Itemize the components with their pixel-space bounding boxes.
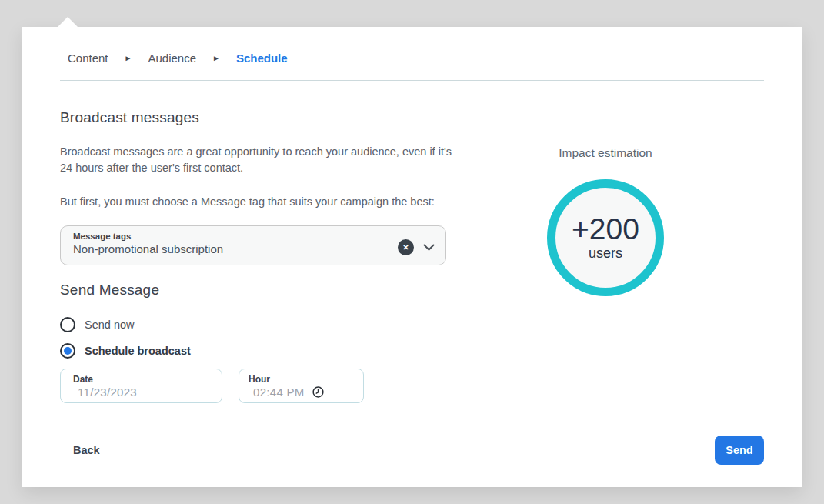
date-label: Date <box>73 374 222 385</box>
broadcast-intro-text: Broadcast messages are a great opportuni… <box>60 144 456 176</box>
message-tags-label: Message tags <box>73 232 398 241</box>
message-tag-instruction-text: But first, you must choose a Message tag… <box>60 194 456 210</box>
breadcrumb-item-audience[interactable]: Audience <box>148 52 196 65</box>
breadcrumb: Content ► Audience ► Schedule <box>68 52 288 65</box>
schedule-broadcast-radio[interactable] <box>60 343 75 359</box>
hour-input[interactable]: Hour 02:44 PM <box>239 369 364 403</box>
radio-selected-dot <box>64 347 72 355</box>
breadcrumb-item-schedule[interactable]: Schedule <box>236 52 288 65</box>
schedule-broadcast-option[interactable]: Schedule broadcast <box>60 343 191 359</box>
breadcrumb-divider <box>60 80 764 81</box>
page-title: Broadcast messages <box>60 109 199 126</box>
message-tags-select-texts: Message tags Non-promotional subscriptio… <box>73 232 398 256</box>
send-now-label: Send now <box>85 319 135 331</box>
breadcrumb-separator-icon: ► <box>125 54 132 62</box>
panel-pointer-arrow <box>58 17 78 27</box>
impact-users-unit: users <box>589 245 622 262</box>
impact-estimation-title: Impact estimation <box>484 146 727 160</box>
clear-selection-icon[interactable]: ✕ <box>398 239 414 255</box>
impact-estimation-circle: +200 users <box>547 179 664 296</box>
back-button[interactable]: Back <box>73 444 100 456</box>
hour-value: 02:44 PM <box>253 386 305 399</box>
date-value: 11/23/2023 <box>78 386 137 399</box>
message-tags-select[interactable]: Message tags Non-promotional subscriptio… <box>60 225 446 265</box>
clock-icon[interactable] <box>312 386 324 398</box>
send-now-radio[interactable] <box>60 317 75 332</box>
breadcrumb-separator-icon: ► <box>212 54 220 62</box>
send-message-title: Send Message <box>60 282 159 299</box>
breadcrumb-item-content[interactable]: Content <box>68 52 108 65</box>
date-input[interactable]: Date 11/23/2023 <box>60 369 222 403</box>
hour-label: Hour <box>249 374 363 385</box>
chevron-down-icon[interactable] <box>423 244 435 251</box>
send-now-option[interactable]: Send now <box>60 317 135 332</box>
footer-actions: Back Send <box>60 436 764 465</box>
schedule-broadcast-label: Schedule broadcast <box>85 345 191 357</box>
send-button[interactable]: Send <box>715 436 764 465</box>
impact-users-count: +200 <box>572 214 639 245</box>
broadcast-schedule-panel: Content ► Audience ► Schedule Broadcast … <box>22 27 802 487</box>
message-tags-value: Non-promotional subscription <box>73 242 223 255</box>
message-tags-controls: ✕ <box>398 239 435 255</box>
